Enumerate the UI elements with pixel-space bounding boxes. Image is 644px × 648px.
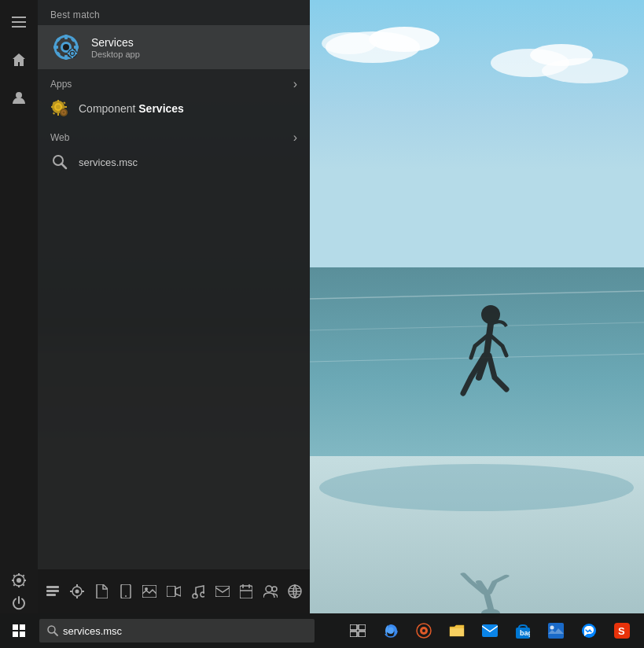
bottom-toolbar [38, 569, 310, 613]
services-msc-web-item[interactable]: services.msc [38, 148, 310, 176]
profile-button[interactable] [0, 79, 38, 116]
search-icon-svg [52, 154, 68, 170]
taskbar: bag S [0, 613, 644, 648]
edge-button[interactable] [375, 615, 407, 646]
explorer-button[interactable] [441, 615, 473, 646]
calendar-toolbar-button[interactable] [234, 576, 259, 606]
taskbar-search-icon [47, 625, 58, 636]
photos-icon [142, 585, 156, 598]
hamburger-menu-button[interactable] [0, 3, 38, 41]
docs-toolbar-button[interactable] [41, 576, 65, 606]
start-menu: Best match [0, 0, 310, 613]
svg-rect-64 [46, 586, 59, 588]
svg-line-53 [61, 164, 66, 168]
apps-label: Apps [50, 79, 72, 90]
user-icon [11, 90, 27, 105]
docs-icon [46, 585, 60, 598]
people-icon [263, 585, 278, 598]
task-view-button[interactable] [342, 615, 374, 646]
svg-rect-71 [70, 591, 72, 592]
start-button[interactable] [0, 613, 38, 648]
svg-rect-105 [548, 623, 564, 639]
svg-rect-90 [20, 624, 25, 630]
taskbar-search-bar[interactable] [39, 619, 315, 642]
email-toolbar-button[interactable] [210, 576, 234, 606]
svg-point-78 [193, 594, 197, 598]
email-icon [215, 586, 230, 597]
windows-logo-icon [13, 624, 25, 637]
component-services-icon [50, 99, 69, 118]
svg-rect-72 [82, 591, 84, 592]
apps-section-header: Apps › [38, 69, 310, 94]
edge-icon [383, 623, 399, 639]
component-services-item[interactable]: Component Services [38, 94, 310, 123]
svg-point-3 [322, 32, 377, 54]
power-button[interactable] [0, 592, 38, 613]
services-app-item[interactable]: Services Desktop app [38, 25, 310, 69]
people-toolbar-button[interactable] [259, 576, 283, 606]
tablet-toolbar-button[interactable] [113, 576, 138, 606]
search-web-icon [50, 153, 69, 171]
video-toolbar-button[interactable] [162, 576, 186, 606]
svg-rect-17 [12, 26, 26, 28]
photos-toolbar-button[interactable] [138, 576, 162, 606]
svg-point-12 [319, 464, 634, 511]
svg-rect-98 [359, 631, 366, 637]
svg-point-33 [71, 52, 74, 55]
tablet-icon [120, 584, 131, 598]
task-view-icon [350, 624, 366, 637]
component-suffix: Services [138, 102, 184, 115]
photos-button[interactable] [540, 615, 572, 646]
skype-icon: S [614, 623, 630, 639]
video-icon [167, 586, 181, 597]
globe-icon [288, 584, 302, 598]
settings-button[interactable] [0, 569, 38, 591]
services-app-icon [50, 31, 82, 63]
settings-toolbar-button[interactable] [65, 576, 90, 606]
services-name: Services [91, 36, 140, 49]
web-arrow[interactable]: › [293, 131, 297, 145]
music-icon [192, 584, 204, 598]
svg-rect-91 [13, 631, 18, 637]
mail-button[interactable] [474, 615, 506, 646]
svg-rect-44 [64, 106, 67, 108]
svg-rect-35 [72, 56, 73, 58]
settings-gear-icon [11, 573, 27, 588]
sidebar [0, 0, 38, 613]
search-results-panel: Best match [38, 0, 310, 613]
svg-point-30 [63, 44, 69, 50]
svg-text:bag: bag [520, 629, 530, 637]
media-button[interactable] [408, 615, 440, 646]
svg-rect-69 [76, 584, 78, 587]
apps-arrow[interactable]: › [293, 77, 297, 91]
file-toolbar-button[interactable] [89, 576, 113, 606]
services-text-group: Services Desktop app [91, 36, 140, 59]
store-button[interactable]: bag [507, 615, 539, 646]
svg-rect-36 [68, 53, 70, 54]
svg-rect-43 [51, 106, 53, 108]
svg-rect-57 [18, 585, 20, 587]
messenger-button[interactable] [573, 615, 605, 646]
globe-toolbar-button[interactable] [282, 576, 307, 606]
messenger-icon [581, 623, 597, 639]
svg-line-94 [54, 632, 57, 635]
svg-rect-102 [482, 624, 498, 637]
svg-rect-65 [46, 590, 59, 592]
home-button[interactable] [0, 41, 38, 79]
sidebar-bottom-actions [0, 569, 38, 613]
svg-point-51 [63, 112, 65, 114]
skype-button[interactable]: S [606, 615, 638, 646]
svg-point-40 [56, 105, 61, 109]
power-icon [11, 595, 27, 611]
svg-rect-37 [75, 53, 77, 54]
svg-point-101 [422, 629, 425, 632]
search-input[interactable] [63, 625, 307, 637]
svg-rect-41 [57, 100, 59, 102]
music-toolbar-button[interactable] [186, 576, 210, 606]
svg-rect-34 [72, 49, 73, 51]
explorer-icon [449, 624, 465, 638]
svg-point-86 [272, 587, 277, 591]
svg-rect-23 [53, 46, 58, 49]
beach-scene [310, 0, 644, 648]
svg-point-106 [550, 626, 554, 630]
